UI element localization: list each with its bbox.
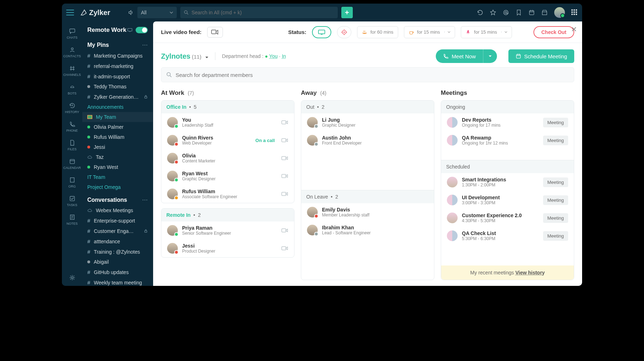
bookmark-icon[interactable] <box>516 9 522 16</box>
meeting-row[interactable]: Smart Integrations1:30PM - 2:00PMMeeting <box>441 173 574 191</box>
department-selector[interactable]: Zylnotes(11) <box>161 52 209 60</box>
global-search-input[interactable] <box>191 10 334 15</box>
rail-history[interactable]: HISTORY <box>62 99 82 117</box>
meeting-button[interactable]: Meeting <box>543 118 568 127</box>
meeting-button[interactable]: Meeting <box>543 213 568 223</box>
meeting-row[interactable]: UI Development3:00PM - 3:30PMMeeting <box>441 191 574 209</box>
nav-item[interactable]: Taz <box>82 152 153 162</box>
mention-icon[interactable] <box>503 9 509 16</box>
member-search-input[interactable] <box>176 72 569 78</box>
meeting-row[interactable]: Dev ReportsOngoing for 17 minsMeeting <box>441 113 574 131</box>
it-team-link[interactable]: IT Team <box>82 172 153 182</box>
rail-channels[interactable]: CHANNELS <box>62 62 82 80</box>
nav-item[interactable]: Teddy Thomas <box>82 82 153 92</box>
person-row[interactable]: Li JungGraphic Designer <box>301 113 434 131</box>
menu-icon[interactable] <box>66 10 74 15</box>
conversations-menu-icon[interactable]: ⋯ <box>142 196 148 203</box>
status-break[interactable]: for 15 mins <box>461 26 512 38</box>
nav-item[interactable]: #it-admin-support <box>82 71 153 82</box>
person-row[interactable]: Emily DavisMember Leadership staff <box>301 203 434 221</box>
meet-now-dropdown[interactable] <box>483 49 497 63</box>
rail-org[interactable]: ORG <box>62 173 82 192</box>
camera-icon[interactable] <box>281 156 288 161</box>
person-row[interactable]: Ryan WestGraphic Designer <box>161 167 294 185</box>
nav-item[interactable]: #GitHub updates <box>82 267 153 277</box>
person-row[interactable]: Priya RamanSenior Software Engineer <box>161 221 294 239</box>
user-avatar[interactable] <box>554 7 565 18</box>
meeting-button[interactable]: Meeting <box>543 177 568 187</box>
nav-item[interactable]: #referral-marketing <box>82 61 153 71</box>
rail-contacts[interactable]: CONTACTS <box>62 43 82 62</box>
apps-grid-icon[interactable] <box>571 9 578 16</box>
dept-head-you[interactable]: You <box>269 53 278 59</box>
schedule-meeting-button[interactable]: Schedule Meeting <box>508 49 574 63</box>
nav-item[interactable]: Jessi <box>82 142 153 152</box>
view-history-link[interactable]: View history <box>515 270 545 275</box>
close-icon[interactable]: ✕ <box>571 25 577 34</box>
nav-item[interactable]: #atttendance <box>82 236 153 247</box>
settings-icon[interactable] <box>69 269 75 286</box>
search-category-select[interactable]: All <box>137 7 177 18</box>
nav-item[interactable]: #Customer Enga… <box>82 226 153 236</box>
person-row[interactable]: YouLeadership Staff <box>161 113 294 131</box>
meeting-button[interactable]: Meeting <box>543 136 568 145</box>
monitor-small-icon[interactable] <box>127 28 133 32</box>
nav-item[interactable]: #Enterprise-support <box>82 215 153 226</box>
video-toggle-button[interactable] <box>207 27 223 38</box>
person-row[interactable]: Rufus WilliamAssociate Software Engineer <box>161 185 294 203</box>
nav-item[interactable]: #Training : @Zylnotes <box>82 247 153 257</box>
my-team-link[interactable]: My Team <box>82 112 153 122</box>
person-row[interactable]: JessiProduct Designer <box>161 239 294 257</box>
meeting-row[interactable]: Customer Experience 2.04:30PM - 5:30PMMe… <box>441 209 574 227</box>
star-icon[interactable] <box>490 9 496 16</box>
status-available[interactable] <box>312 26 331 38</box>
nav-item[interactable]: #Marketing Campaigns <box>82 50 153 61</box>
rail-tasks[interactable]: TASKS <box>62 192 82 210</box>
meeting-button[interactable]: Meeting <box>543 195 568 205</box>
status-location[interactable] <box>337 26 351 38</box>
project-omega-link[interactable]: Project Omega <box>82 182 153 192</box>
rail-phone[interactable]: PHONE <box>62 117 82 136</box>
nav-item[interactable]: Abigail <box>82 257 153 267</box>
global-search[interactable] <box>180 7 338 18</box>
calendar-icon[interactable] <box>528 9 535 16</box>
rail-bots[interactable]: BOTS <box>62 80 82 99</box>
meeting-row[interactable]: QA RewampOngoing for 1hr 12 minsMeeting <box>441 131 574 149</box>
meeting-button[interactable]: Meeting <box>543 231 568 241</box>
rail-calendar[interactable]: CALENDAR <box>62 155 82 173</box>
camera-icon[interactable] <box>281 174 288 179</box>
person-row[interactable]: Ibrahim KhanLead - Software Engineer <box>301 221 434 239</box>
nav-item[interactable]: #Zylker Generation… <box>82 92 153 102</box>
pins-menu-icon[interactable]: ⋯ <box>142 42 148 48</box>
status-lunch[interactable]: for 60 mins <box>357 26 398 38</box>
camera-icon[interactable] <box>281 228 288 233</box>
dept-head-status[interactable]: In <box>282 53 286 59</box>
member-search[interactable] <box>161 67 574 82</box>
person-row[interactable]: Quinn RiversWeb DeveloperOn a call <box>161 131 294 149</box>
check-out-button[interactable]: Check Out <box>533 26 574 38</box>
svg-rect-14 <box>88 116 92 118</box>
person-row[interactable]: OliviaContent Marketer <box>161 149 294 167</box>
nav-item[interactable]: Olivia Palmer <box>82 122 153 132</box>
speaker-icon[interactable] <box>128 10 134 15</box>
rail-files[interactable]: FILES <box>62 136 82 155</box>
store-icon[interactable] <box>541 9 548 16</box>
refresh-icon[interactable] <box>477 9 483 16</box>
nav-item[interactable]: Ryan West <box>82 162 153 172</box>
meeting-row[interactable]: QA Check List5:30PM - 6:30PMMeeting <box>441 227 574 245</box>
rail-chats[interactable]: CHATS <box>62 24 82 43</box>
nav-item[interactable]: Webex Meetings <box>82 205 153 215</box>
camera-icon[interactable] <box>281 138 288 143</box>
camera-icon[interactable] <box>281 191 288 196</box>
add-button[interactable]: + <box>341 7 353 18</box>
meet-now-button[interactable]: Meet Now <box>436 49 483 63</box>
remote-work-toggle[interactable] <box>136 27 148 33</box>
announcements-link[interactable]: Announcements <box>82 102 153 112</box>
person-row[interactable]: Austin JohnFront End Developer <box>301 131 434 149</box>
camera-icon[interactable] <box>281 246 288 251</box>
camera-icon[interactable] <box>281 120 288 125</box>
status-coffee[interactable]: for 15 mins <box>404 26 455 38</box>
rail-notes[interactable]: NOTES <box>62 210 82 229</box>
nav-item[interactable]: Rufus William <box>82 132 153 142</box>
nav-item[interactable]: #Weekly team meeting <box>82 277 153 286</box>
